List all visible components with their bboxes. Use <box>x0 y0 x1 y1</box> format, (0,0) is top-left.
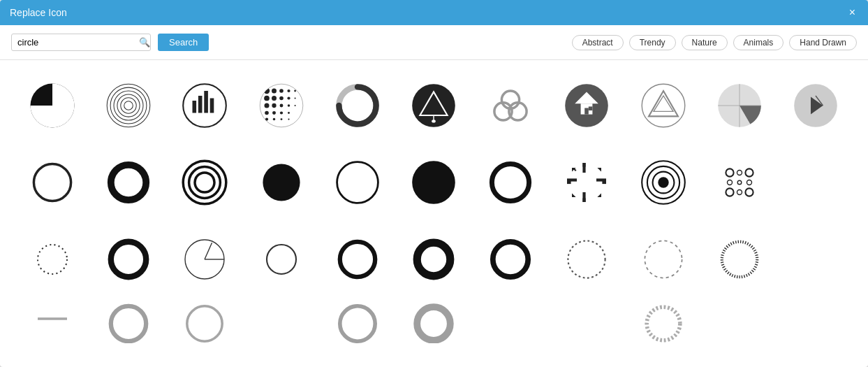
icon-bold-ring[interactable] <box>90 144 166 221</box>
icon-arc-circle[interactable] <box>319 67 395 144</box>
icon-pie-segments[interactable] <box>14 67 90 144</box>
icon-r4-8[interactable] <box>549 298 625 340</box>
icons-panel <box>0 60 868 367</box>
svg-point-93 <box>111 242 146 277</box>
search-input[interactable] <box>17 37 135 48</box>
svg-point-22 <box>279 96 284 101</box>
tag-trendy[interactable]: Trendy <box>629 35 676 50</box>
svg-point-99 <box>418 243 451 276</box>
svg-point-108 <box>418 307 451 340</box>
svg-point-83 <box>726 168 733 176</box>
svg-point-86 <box>745 188 753 196</box>
icon-sector-circle[interactable] <box>701 67 777 144</box>
svg-point-43 <box>432 120 436 122</box>
svg-point-23 <box>287 96 290 99</box>
icon-r4-5[interactable] <box>319 298 395 340</box>
icon-r4-2[interactable] <box>90 298 166 340</box>
svg-point-107 <box>340 306 375 341</box>
icon-halftone-dots[interactable] <box>243 67 319 144</box>
svg-point-62 <box>111 165 146 200</box>
svg-point-69 <box>492 164 529 201</box>
svg-point-101 <box>568 240 605 278</box>
svg-rect-12 <box>205 91 209 113</box>
svg-point-89 <box>737 171 742 175</box>
icon-bullseye[interactable] <box>625 144 701 221</box>
svg-rect-76 <box>567 181 571 184</box>
icon-dotted-small-circle[interactable] <box>14 221 90 298</box>
icon-concentric-lines[interactable] <box>90 67 166 144</box>
svg-point-18 <box>287 89 290 92</box>
icon-trefoil-knot[interactable] <box>472 67 548 144</box>
svg-point-87 <box>727 180 732 185</box>
svg-point-24 <box>294 97 295 99</box>
dialog-header: Replace Icon × <box>0 0 868 25</box>
icon-bold-thin-outline[interactable] <box>472 221 548 298</box>
icon-empty[interactable] <box>778 144 854 221</box>
svg-point-21 <box>272 96 277 101</box>
icon-bar-chart-circle[interactable] <box>167 67 243 144</box>
svg-point-36 <box>280 118 282 120</box>
icon-triangle-in-circle[interactable] <box>396 67 472 144</box>
svg-point-31 <box>272 111 276 115</box>
icon-solid-circle[interactable] <box>396 144 472 221</box>
icon-r4-6[interactable] <box>396 298 472 340</box>
tag-abstract[interactable]: Abstract <box>572 35 624 50</box>
replace-icon-dialog: Replace Icon × 🔍 Search Abstract Trendy … <box>0 0 868 367</box>
search-button[interactable]: Search <box>158 34 209 51</box>
icon-triangle-outline-circle[interactable] <box>625 67 701 144</box>
svg-point-106 <box>187 306 222 341</box>
svg-point-67 <box>337 162 378 203</box>
icon-thin-ring[interactable] <box>14 144 90 221</box>
icon-medium-bold-ring[interactable] <box>90 221 166 298</box>
svg-point-92 <box>38 245 67 274</box>
icon-r4-11[interactable] <box>778 298 854 340</box>
icon-dashed-ring[interactable] <box>625 221 701 298</box>
icon-r4-4[interactable] <box>243 298 319 340</box>
icon-r4-1[interactable] <box>14 298 90 340</box>
icon-r4-7[interactable] <box>472 298 548 340</box>
svg-point-88 <box>746 180 751 185</box>
icon-bold-outline-circle[interactable] <box>472 144 548 221</box>
tag-hand-drawn[interactable]: Hand Drawn <box>789 35 857 50</box>
close-button[interactable]: × <box>846 6 858 20</box>
icon-target-crosshair[interactable] <box>549 144 625 221</box>
svg-point-27 <box>279 104 283 108</box>
icon-dotted-ring[interactable] <box>549 221 625 298</box>
svg-point-109 <box>647 307 680 340</box>
svg-point-35 <box>273 118 276 121</box>
icon-pie-slice-circle[interactable] <box>167 221 243 298</box>
svg-point-97 <box>267 245 296 274</box>
svg-point-84 <box>745 168 753 176</box>
svg-rect-10 <box>193 101 197 113</box>
icon-triple-ring[interactable] <box>167 144 243 221</box>
tag-animals[interactable]: Animals <box>733 35 784 50</box>
icon-empty2[interactable] <box>778 221 854 298</box>
icon-r4-10[interactable] <box>701 298 777 340</box>
svg-point-37 <box>288 119 289 120</box>
icon-r4-3[interactable] <box>167 298 243 340</box>
svg-point-30 <box>265 111 269 115</box>
icon-r4-9[interactable] <box>625 298 701 340</box>
toolbar: 🔍 Search Abstract Trendy Nature Animals … <box>0 25 868 60</box>
tag-nature[interactable]: Nature <box>682 35 728 50</box>
icon-dots-grid[interactable] <box>701 144 777 221</box>
svg-point-15 <box>264 88 270 94</box>
icon-small-outline-circle[interactable] <box>243 221 319 298</box>
svg-point-19 <box>294 90 296 92</box>
svg-marker-53 <box>649 91 678 116</box>
icon-sketchy-ring[interactable] <box>701 221 777 298</box>
icon-heavy-ring[interactable] <box>396 221 472 298</box>
svg-line-96 <box>205 243 212 259</box>
icon-nav-arrow-circle[interactable] <box>778 67 854 144</box>
svg-point-26 <box>272 103 276 108</box>
svg-rect-77 <box>603 181 607 184</box>
icon-house-in-circle[interactable] <box>549 67 625 144</box>
icon-medium-ring[interactable] <box>319 221 395 298</box>
icon-solid-disc[interactable] <box>243 144 319 221</box>
tag-group: Abstract Trendy Nature Animals Hand Draw… <box>572 35 857 50</box>
svg-point-16 <box>272 89 277 94</box>
icon-outline-circle[interactable] <box>319 144 395 221</box>
svg-point-105 <box>111 306 146 341</box>
svg-point-61 <box>34 164 71 201</box>
svg-point-33 <box>288 112 290 114</box>
